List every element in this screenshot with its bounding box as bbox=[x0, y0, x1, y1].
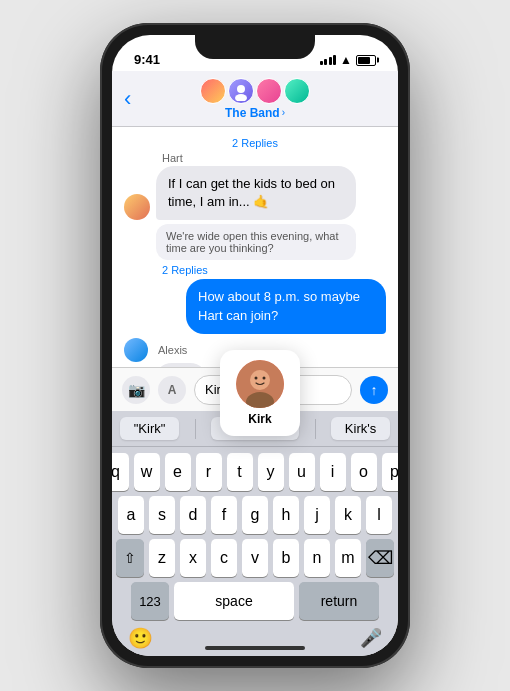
chevron-icon: › bbox=[282, 107, 285, 118]
back-button[interactable]: ‹ bbox=[124, 86, 131, 112]
kirk-popup-name: Kirk bbox=[248, 412, 271, 426]
key-c[interactable]: c bbox=[211, 539, 237, 577]
notch bbox=[195, 35, 315, 59]
keyboard-row-1: q w e r t y u i o p bbox=[116, 453, 394, 491]
status-icons: ▲ bbox=[320, 53, 376, 67]
avatar-4 bbox=[284, 78, 310, 104]
key-s[interactable]: s bbox=[149, 496, 175, 534]
avatar-alexis bbox=[124, 338, 148, 362]
svg-point-3 bbox=[250, 370, 270, 390]
home-indicator bbox=[205, 646, 305, 650]
avatar-2 bbox=[228, 78, 254, 104]
phone-frame: 9:41 ▲ ‹ bbox=[100, 23, 410, 668]
phone-screen: 9:41 ▲ ‹ bbox=[112, 35, 398, 656]
key-e[interactable]: e bbox=[165, 453, 191, 491]
kirk-contact-popup[interactable]: Kirk bbox=[220, 350, 300, 436]
bubble-alexis: Work bbox=[154, 363, 208, 367]
message-outgoing: How about 8 p.m. so maybe Hart can join? bbox=[124, 279, 386, 333]
keyboard-bottom-bar: 🙂 🎤 bbox=[116, 625, 394, 656]
key-p[interactable]: p bbox=[382, 453, 399, 491]
sender-hart: Hart bbox=[162, 152, 386, 164]
reply-link-2[interactable]: 2 Replies bbox=[162, 264, 386, 276]
keyboard-bottom-row: 123 space return bbox=[116, 582, 394, 620]
group-name[interactable]: The Band bbox=[225, 106, 280, 120]
key-a[interactable]: a bbox=[118, 496, 144, 534]
svg-point-5 bbox=[255, 377, 258, 380]
group-avatars bbox=[200, 78, 310, 104]
keyboard: q w e r t y u i o p a s d f g h j k bbox=[112, 447, 398, 656]
nested-reply-container: We're wide open this evening, what time … bbox=[156, 224, 386, 260]
nav-header: ‹ The Band › bbox=[112, 71, 398, 127]
num-key[interactable]: 123 bbox=[131, 582, 169, 620]
svg-point-0 bbox=[237, 85, 245, 93]
app-icon: A bbox=[168, 383, 177, 397]
camera-icon: 📷 bbox=[128, 382, 145, 398]
wifi-icon: ▲ bbox=[340, 53, 352, 67]
bubble-outgoing: How about 8 p.m. so maybe Hart can join? bbox=[186, 279, 386, 333]
key-q[interactable]: q bbox=[112, 453, 129, 491]
shift-key[interactable]: ⇧ bbox=[116, 539, 144, 577]
key-x[interactable]: x bbox=[180, 539, 206, 577]
messages-area[interactable]: 2 Replies Hart If I can get the kids to … bbox=[112, 127, 398, 367]
emoji-key[interactable]: 🙂 bbox=[128, 626, 153, 650]
key-u[interactable]: u bbox=[289, 453, 315, 491]
mic-key[interactable]: 🎤 bbox=[360, 627, 382, 649]
keyboard-row-3: ⇧ z x c v b n m ⌫ bbox=[116, 539, 394, 577]
key-t[interactable]: t bbox=[227, 453, 253, 491]
key-l[interactable]: l bbox=[366, 496, 392, 534]
divider-2 bbox=[315, 419, 316, 439]
avatar-1 bbox=[200, 78, 226, 104]
signal-icon bbox=[320, 55, 337, 65]
battery-icon bbox=[356, 55, 376, 66]
svg-point-1 bbox=[235, 94, 247, 101]
key-n[interactable]: n bbox=[304, 539, 330, 577]
return-key[interactable]: return bbox=[299, 582, 379, 620]
autocomplete-item-2[interactable]: Kirk's bbox=[331, 417, 390, 440]
key-g[interactable]: g bbox=[242, 496, 268, 534]
kirk-avatar bbox=[236, 360, 284, 408]
key-r[interactable]: r bbox=[196, 453, 222, 491]
avatar-hart bbox=[124, 194, 150, 220]
divider-1 bbox=[195, 419, 196, 439]
send-icon: ↑ bbox=[371, 382, 378, 398]
header-center: The Band › bbox=[200, 78, 310, 120]
sender-alexis: Alexis bbox=[158, 344, 187, 356]
message-hart: If I can get the kids to bed on time, I … bbox=[124, 166, 386, 220]
bubble-hart: If I can get the kids to bed on time, I … bbox=[156, 166, 356, 220]
key-y[interactable]: y bbox=[258, 453, 284, 491]
key-z[interactable]: z bbox=[149, 539, 175, 577]
nested-reply: We're wide open this evening, what time … bbox=[156, 224, 356, 260]
delete-key[interactable]: ⌫ bbox=[366, 539, 394, 577]
send-button[interactable]: ↑ bbox=[360, 376, 388, 404]
key-d[interactable]: d bbox=[180, 496, 206, 534]
app-button[interactable]: A bbox=[158, 376, 186, 404]
camera-button[interactable]: 📷 bbox=[122, 376, 150, 404]
key-j[interactable]: j bbox=[304, 496, 330, 534]
key-b[interactable]: b bbox=[273, 539, 299, 577]
avatar-3 bbox=[256, 78, 282, 104]
key-m[interactable]: m bbox=[335, 539, 361, 577]
key-h[interactable]: h bbox=[273, 496, 299, 534]
status-time: 9:41 bbox=[134, 52, 160, 67]
space-key[interactable]: space bbox=[174, 582, 294, 620]
key-v[interactable]: v bbox=[242, 539, 268, 577]
key-o[interactable]: o bbox=[351, 453, 377, 491]
keyboard-row-2: a s d f g h j k l bbox=[116, 496, 394, 534]
key-f[interactable]: f bbox=[211, 496, 237, 534]
reply-link-1[interactable]: 2 Replies bbox=[124, 137, 386, 149]
key-k[interactable]: k bbox=[335, 496, 361, 534]
autocomplete-item-0[interactable]: "Kirk" bbox=[120, 417, 180, 440]
key-w[interactable]: w bbox=[134, 453, 160, 491]
key-i[interactable]: i bbox=[320, 453, 346, 491]
svg-point-6 bbox=[263, 377, 266, 380]
